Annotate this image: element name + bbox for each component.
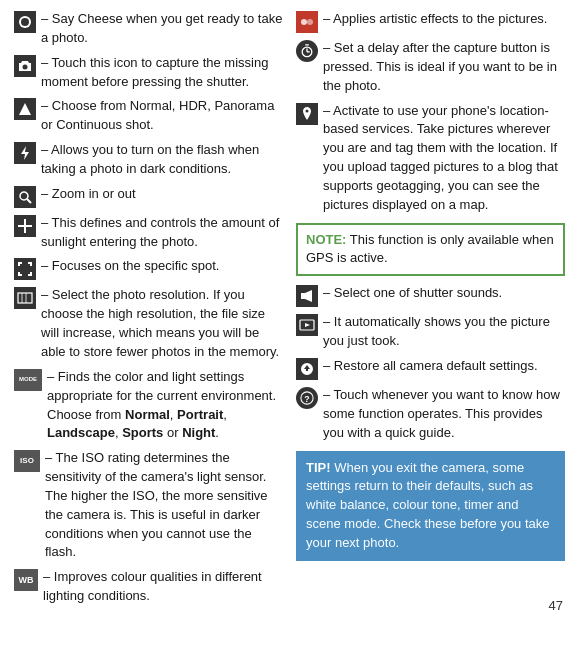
shot-mode-icon (14, 98, 36, 120)
list-item: – Choose from Normal, HDR, Panorama or C… (14, 97, 284, 135)
resolution-icon (14, 287, 36, 309)
effects-icon (296, 11, 318, 33)
list-item: – Focuses on the specific spot. (14, 257, 284, 280)
svg-rect-14 (18, 272, 20, 276)
mode-icon: MODE (14, 369, 42, 391)
svg-rect-16 (30, 272, 32, 276)
svg-point-2 (23, 64, 28, 69)
note-title: NOTE: (306, 232, 346, 247)
svg-point-21 (307, 19, 313, 25)
svg-rect-26 (301, 293, 305, 299)
note-box: NOTE: This function is only available wh… (296, 223, 565, 277)
list-item: – Allows you to turn on the flash when t… (14, 141, 284, 179)
svg-rect-12 (30, 262, 32, 266)
timer-icon (296, 40, 318, 62)
svg-point-5 (20, 192, 28, 200)
list-item: – Select one of shutter sounds. (296, 284, 565, 307)
page: – Say Cheese when you get ready to take … (0, 0, 579, 622)
list-item: – Touch this icon to capture the missing… (14, 54, 284, 92)
list-item: – Zoom in or out (14, 185, 284, 208)
svg-point-20 (301, 19, 307, 25)
svg-marker-4 (21, 146, 29, 160)
exposure-icon (14, 215, 36, 237)
list-item: – Select the photo resolution. If you ch… (14, 286, 284, 361)
list-item: – Say Cheese when you get ready to take … (14, 10, 284, 48)
capture-icon (14, 55, 36, 77)
svg-rect-17 (18, 293, 32, 303)
left-column: – Say Cheese when you get ready to take … (14, 10, 284, 612)
list-item: MODE – Finds the color and light setting… (14, 368, 284, 443)
list-item: – This defines and controls the amount o… (14, 214, 284, 252)
flash-icon (14, 142, 36, 164)
list-item: – Set a delay after the capture button i… (296, 39, 565, 96)
list-item: ISO – The ISO rating determines the sens… (14, 449, 284, 562)
guide-icon: ? (296, 387, 318, 409)
list-item: – Restore all camera default settings. (296, 357, 565, 380)
reset-icon (296, 358, 318, 380)
tip-text: When you exit the camera, some settings … (306, 460, 550, 550)
wb-icon: WB (14, 569, 38, 591)
svg-marker-3 (19, 103, 31, 115)
list-item: – It automatically shows you the picture… (296, 313, 565, 351)
auto-show-icon (296, 314, 318, 336)
tip-title: TIP! (306, 460, 331, 475)
svg-rect-10 (18, 262, 20, 266)
cheese-icon (14, 11, 36, 33)
svg-rect-8 (24, 219, 26, 233)
two-column-layout: – Say Cheese when you get ready to take … (14, 10, 565, 612)
page-number: 47 (549, 597, 563, 616)
list-item: WB – Improves colour qualities in differ… (14, 568, 284, 606)
svg-text:?: ? (304, 393, 309, 403)
svg-marker-27 (305, 290, 312, 302)
focus-icon (14, 258, 36, 280)
location-icon (296, 103, 318, 125)
zoom-icon (14, 186, 36, 208)
svg-line-6 (27, 199, 31, 203)
svg-marker-29 (305, 323, 310, 327)
svg-point-1 (21, 18, 29, 26)
right-column: – Applies artistic effects to the pictur… (296, 10, 565, 612)
iso-icon: ISO (14, 450, 40, 472)
list-item: ? – Touch whenever you want to know how … (296, 386, 565, 443)
list-item: – Applies artistic effects to the pictur… (296, 10, 565, 33)
list-item: – Activate to use your phone's location-… (296, 102, 565, 215)
shutter-sound-icon (296, 285, 318, 307)
tip-box: TIP! When you exit the camera, some sett… (296, 451, 565, 561)
